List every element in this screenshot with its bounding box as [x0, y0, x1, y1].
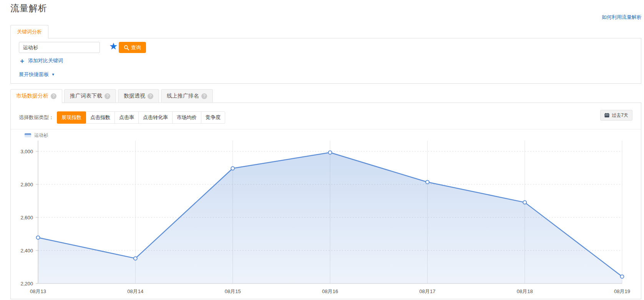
plus-icon: ＋ [19, 58, 25, 64]
data-type-button-group: 展现指数点击指数点击率点击转化率市场均价竞争度 [57, 111, 225, 124]
data-type-button-competition[interactable]: 竞争度 [201, 111, 225, 124]
data-type-button-click-rate[interactable]: 点击率 [115, 111, 139, 124]
analysis-tab-bar: 市场数据分析?推广词表下载?数据透视?线上推广排名? [10, 89, 213, 103]
expand-quick-panel-label: 展开快捷面板 [19, 71, 49, 77]
data-point[interactable] [426, 180, 429, 184]
keyword-panel: ★ 查询 ＋ 添加对比关键词 展开快捷面板 ▼ [10, 38, 641, 84]
x-tick-label: 08月19 [614, 288, 630, 294]
favorite-star-icon[interactable]: ★ [109, 41, 118, 52]
data-point[interactable] [523, 201, 526, 204]
help-icon[interactable]: ? [51, 93, 56, 99]
x-tick-label: 08月14 [127, 288, 143, 294]
calendar-icon [604, 113, 609, 118]
market-data-panel: 选择数据类型： 展现指数点击指数点击率点击转化率市场均价竞争度 过去7天 运动衫… [10, 103, 641, 299]
date-range-button[interactable]: 过去7天 [600, 110, 632, 121]
x-tick-label: 08月16 [322, 288, 338, 294]
query-button[interactable]: 查询 [119, 42, 146, 53]
tab-promo-wordlist-download[interactable]: 推广词表下载? [64, 89, 116, 103]
x-tick-label: 08月15 [225, 288, 241, 294]
keyword-input[interactable] [19, 42, 100, 53]
divider [11, 129, 641, 129]
data-type-button-market-avg-price[interactable]: 市场均价 [172, 111, 201, 124]
add-compare-keyword-link[interactable]: ＋ 添加对比关键词 [19, 57, 63, 64]
tab-label: 市场数据分析 [16, 93, 48, 99]
help-icon[interactable]: ? [201, 93, 207, 99]
page-title: 流量解析 [10, 2, 47, 14]
x-tick-label: 08月17 [419, 288, 435, 294]
y-tick-label: 2,600 [20, 215, 33, 220]
y-tick-label: 2,200 [20, 281, 33, 287]
y-tick-label: 2,400 [20, 248, 33, 254]
data-point[interactable] [37, 236, 40, 239]
data-type-label: 选择数据类型： [19, 114, 54, 121]
expand-quick-panel-link[interactable]: 展开快捷面板 ▼ [19, 71, 55, 78]
y-tick-label: 2,800 [20, 182, 33, 187]
trend-chart-svg: 2,2002,4002,6002,8003,00008月1308月1408月15… [11, 131, 642, 299]
data-type-button-impression-index[interactable]: 展现指数 [57, 111, 86, 124]
tab-data-pivot[interactable]: 数据透视? [118, 89, 159, 103]
y-tick-label: 3,000 [20, 149, 33, 154]
tab-market-data-analysis[interactable]: 市场数据分析? [10, 89, 62, 103]
y-axis-labels: 2,2002,4002,6002,8003,000 [20, 149, 33, 287]
help-link[interactable]: 如何利用流量解析 [602, 14, 642, 21]
data-point[interactable] [231, 167, 234, 170]
x-tick-label: 08月13 [30, 288, 46, 294]
query-button-label: 查询 [131, 44, 141, 51]
caret-down-icon: ▼ [51, 73, 55, 76]
data-point[interactable] [134, 257, 137, 260]
tab-label: 推广词表下载 [70, 93, 102, 99]
help-icon[interactable]: ? [105, 93, 110, 99]
traffic-analysis-page: 流量解析 如何利用流量解析 关键词分析 ★ 查询 ＋ 添加对比关键词 展开快捷面… [0, 0, 644, 300]
tab-keyword-analysis[interactable]: 关键词分析 [10, 25, 48, 38]
tab-label: 线上推广排名 [167, 93, 199, 99]
x-axis-labels: 08月1308月1408月1508月1608月1708月1808月19 [30, 288, 630, 294]
search-icon [124, 45, 129, 50]
tab-online-promo-ranking[interactable]: 线上推广排名? [161, 89, 213, 103]
data-type-selector-row: 选择数据类型： 展现指数点击指数点击率点击转化率市场均价竞争度 [19, 111, 225, 124]
tab-label: 数据透视 [124, 93, 145, 99]
data-type-button-click-index[interactable]: 点击指数 [86, 111, 115, 124]
help-icon[interactable]: ? [148, 93, 153, 99]
data-point[interactable] [329, 151, 332, 154]
x-tick-label: 08月18 [517, 288, 533, 294]
date-range-label: 过去7天 [612, 112, 628, 119]
trend-chart[interactable]: 2,2002,4002,6002,8003,00008月1308月1408月15… [11, 131, 642, 299]
add-compare-label: 添加对比关键词 [28, 57, 63, 64]
series-area [38, 152, 622, 283]
data-type-button-click-conversion-rate[interactable]: 点击转化率 [138, 111, 173, 124]
data-point[interactable] [621, 275, 624, 278]
